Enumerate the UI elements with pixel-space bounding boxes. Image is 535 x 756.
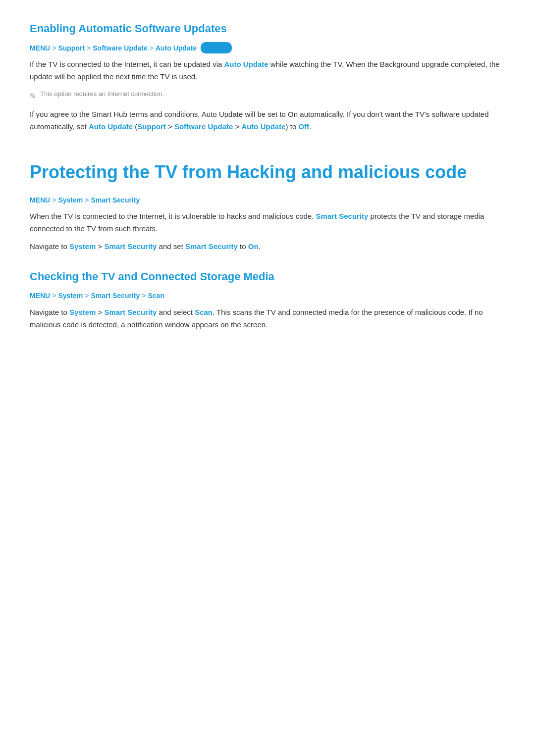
breadcrumb-menu[interactable]: MENU [30,43,50,53]
breadcrumb-sep-7: > [85,290,89,301]
link-auto-update-2[interactable]: Auto Update [89,122,133,131]
breadcrumb-auto-update[interactable]: Auto Update [156,43,197,53]
link-scan[interactable]: Scan [195,308,213,316]
breadcrumb-support[interactable]: Support [58,43,85,53]
section-protecting-tv: Protecting the TV from Hacking and malic… [30,158,505,253]
note-text: This option requires an Internet connect… [40,89,164,100]
protecting-para-2: Navigate to System > Smart Security and … [30,241,505,253]
link-software-update-2[interactable]: Software Update [174,122,233,131]
note-internet-connection: ✎ This option requires an Internet conne… [30,89,505,103]
breadcrumb-scan[interactable]: Scan [148,290,164,301]
link-support-2[interactable]: Support [137,122,166,131]
breadcrumb-system-1[interactable]: System [58,195,83,205]
breadcrumb-sep-6: > [52,290,56,301]
enabling-para-1: If the TV is connected to the Internet, … [30,58,505,83]
breadcrumb-sep-8: > [142,290,146,301]
section-enabling-auto-updates: Enabling Automatic Software Updates MENU… [30,20,505,133]
link-auto-update-3[interactable]: Auto Update [241,122,285,131]
try-now-badge[interactable]: Try Now [201,42,232,53]
link-off[interactable]: Off [298,122,309,131]
breadcrumb-smart-security-1[interactable]: Smart Security [91,195,140,205]
breadcrumb-smart-security-4[interactable]: Smart Security [91,290,140,301]
link-on[interactable]: On [248,242,259,251]
pencil-icon: ✎ [30,90,36,103]
link-smart-security-5[interactable]: Smart Security [105,308,157,316]
section-title-enabling: Enabling Automatic Software Updates [30,20,505,37]
breadcrumb-menu-3[interactable]: MENU [30,290,50,301]
link-system-2[interactable]: System [69,308,96,316]
breadcrumb-menu-2[interactable]: MENU [30,195,50,205]
breadcrumb-enabling: MENU > Support > Software Update > Auto … [30,42,505,53]
section-title-protecting: Protecting the TV from Hacking and malic… [30,158,505,187]
link-smart-security-3[interactable]: Smart Security [185,242,238,251]
link-smart-security-1[interactable]: Smart Security [316,212,369,220]
breadcrumb-sep-1: > [52,43,56,53]
breadcrumb-sep-3: > [150,43,154,53]
enabling-para-2: If you agree to the Smart Hub terms and … [30,108,505,133]
breadcrumb-sep-4: > [52,195,56,205]
breadcrumb-software-update[interactable]: Software Update [93,43,147,53]
breadcrumb-sep-2: > [87,43,91,53]
breadcrumb-system-2[interactable]: System [58,290,83,301]
breadcrumb-checking: MENU > System > Smart Security > Scan [30,290,505,301]
link-smart-security-2[interactable]: Smart Security [105,242,157,251]
protecting-para-1: When the TV is connected to the Internet… [30,210,505,235]
link-system-1[interactable]: System [69,242,96,251]
breadcrumb-sep-5: > [85,195,89,205]
checking-para-1: Navigate to System > Smart Security and … [30,306,505,331]
breadcrumb-protecting: MENU > System > Smart Security [30,195,505,205]
section-title-checking: Checking the TV and Connected Storage Me… [30,268,505,285]
link-auto-update-1[interactable]: Auto Update [224,60,268,68]
section-checking-tv: Checking the TV and Connected Storage Me… [30,268,505,331]
